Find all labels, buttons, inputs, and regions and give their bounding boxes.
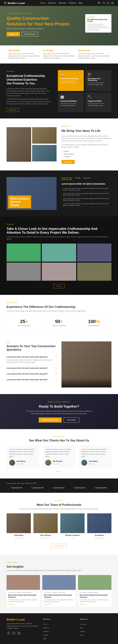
offer-section: Where Dreams Become Reality What We Offe… bbox=[0, 170, 118, 216]
project-image-3[interactable] bbox=[77, 244, 112, 262]
testimonials-dots bbox=[6, 471, 112, 472]
project-image-6[interactable] bbox=[77, 262, 112, 281]
facebook-icon[interactable]: f bbox=[102, 1, 106, 4]
stat-satisfaction: 100% Client Satisfaction bbox=[76, 316, 111, 330]
blog-meta-2: Nov Project | Category: Construction bbox=[44, 592, 74, 593]
offer-right: What We Offer Provide Guarantee Lorem ip… bbox=[61, 177, 112, 210]
feature-schedule-title: On Schedule bbox=[78, 49, 110, 52]
about-section: About Us We Bring Your Ideas To Life. Lo… bbox=[0, 118, 118, 170]
faq-question-2[interactable]: Lorem Ipsum Dolor Sit Amet Construction … bbox=[6, 367, 57, 369]
faq-item-3[interactable]: Lorem Ipsum Dolor Sit Amet Construction … bbox=[6, 371, 57, 377]
faq-question-3[interactable]: Lorem Ipsum Dolor Sit Amet Construction … bbox=[6, 373, 57, 375]
team-photo-2 bbox=[33, 513, 58, 533]
footer-instagram-icon[interactable]: in bbox=[17, 631, 21, 635]
team-name-2: Chris Stevens bbox=[33, 534, 58, 536]
team-member-2: Chris Stevens Chief Engineer bbox=[33, 513, 58, 539]
stats-label: Who We Are bbox=[6, 302, 112, 304]
service-card-design: 🔨 Design And Build Lorem ipsum dolor sit… bbox=[85, 93, 112, 112]
partner-logo-4: Logolpsum bbox=[74, 486, 86, 489]
faq-item-4[interactable]: Lorem Ipsum Dolor Sit Amet Construction … bbox=[6, 377, 57, 382]
nav-links: Home About Us Services Projects Blog bbox=[40, 2, 83, 4]
author-name-1: Max Barton bbox=[17, 460, 26, 462]
faq-item-1[interactable]: Lorem Ipsum Dolor Sit Amet Construction … bbox=[6, 354, 57, 365]
footer-top: Builder's Land Lorem ipsum dolor sit ame… bbox=[6, 618, 112, 640]
offer-tab-what-we-offer[interactable]: What We Offer bbox=[61, 177, 72, 180]
instagram-icon[interactable]: in bbox=[111, 1, 114, 4]
service-home-title: Custom Home Building bbox=[60, 78, 82, 80]
nav-blog[interactable]: Blog bbox=[79, 2, 83, 4]
hero-free-button[interactable]: Free Structure It bbox=[21, 32, 38, 36]
nav-home[interactable]: Home bbox=[40, 2, 45, 4]
faq-heading: Answers To Your Top Construction Questio… bbox=[6, 344, 57, 352]
author-role-2: Homeowner bbox=[53, 463, 60, 465]
team-label: Our Team bbox=[6, 499, 112, 502]
project-image-5[interactable] bbox=[42, 262, 76, 281]
team-role-2: Chief Engineer bbox=[41, 538, 50, 539]
service-renovation-text: Lorem ipsum dolor sit amet consectetur a… bbox=[88, 82, 109, 86]
blog-title-2: New Project Brings New Renovation Soluti… bbox=[44, 594, 74, 598]
dot-1[interactable] bbox=[57, 471, 58, 472]
team-find-out-more-button[interactable]: Find Out More bbox=[51, 544, 67, 548]
partner-logo-1: logolpsum bbox=[11, 486, 23, 489]
commercial-icon: 🏢 bbox=[60, 95, 82, 99]
project-image-4[interactable] bbox=[6, 262, 41, 281]
services-label: Services bbox=[6, 70, 51, 73]
search-icon[interactable]: 🔍 bbox=[98, 2, 101, 4]
nav-about[interactable]: About Us bbox=[48, 2, 56, 4]
author-name-3: Tom Walker bbox=[89, 460, 98, 462]
footer-about-links: Our Story Team Careers News bbox=[80, 622, 112, 636]
cta-submit-button[interactable]: Submit Request Now bbox=[39, 418, 62, 422]
dot-2[interactable] bbox=[59, 471, 59, 472]
footer-service-link-2: About Us bbox=[43, 626, 75, 629]
offer-list-item-3: Lorem ipsum dolor sit amet consectetur a… bbox=[61, 197, 112, 202]
offer-tab-provide[interactable]: Provide bbox=[75, 177, 80, 180]
faq-question-4[interactable]: Lorem Ipsum Dolor Sit Amet Construction … bbox=[6, 378, 57, 381]
footer-services-links: Home About Us Services Projects Blog bbox=[43, 622, 75, 640]
offer-tab-guarantee[interactable]: Guarantee bbox=[83, 177, 91, 180]
projects-more-button[interactable]: More It bbox=[53, 284, 65, 288]
hero-card-stars: ★★★★★ bbox=[87, 16, 110, 18]
cta-quote-button[interactable]: Get A Quote bbox=[63, 418, 79, 422]
hero-contact-button[interactable]: Contact Us bbox=[6, 32, 20, 36]
stat-experience-label: Years Of Experience bbox=[10, 325, 38, 326]
nav-services[interactable]: Services bbox=[59, 2, 66, 4]
blog-read-more-3[interactable]: Read More → bbox=[80, 604, 110, 605]
offer-list: Lorem ipsum dolor sit amet consectetur a… bbox=[61, 187, 112, 207]
services-read-more-button[interactable]: Read More bbox=[6, 108, 19, 112]
faq-item-2[interactable]: Lorem Ipsum Dolor Sit Amet Construction … bbox=[6, 365, 57, 371]
nav-projects[interactable]: Projects bbox=[69, 2, 76, 4]
service-card-home: 🏠 Custom Home Building Lorem ipsum dolor… bbox=[58, 70, 84, 91]
logo[interactable]: 🏗️ Builder's Land bbox=[4, 2, 25, 4]
blog-read-more-1[interactable]: Read More → bbox=[8, 604, 38, 605]
service-design-title: Design And Build bbox=[88, 100, 109, 102]
about-image-top-right bbox=[32, 127, 57, 144]
footer-twitter-icon[interactable]: t bbox=[12, 631, 16, 635]
navbar: 🏗️ Builder's Land Home About Us Services… bbox=[0, 0, 118, 6]
stats-section: Who We Are Experience The Difference Of … bbox=[0, 295, 118, 342]
offer-image: Where Dreams Become Reality bbox=[6, 177, 57, 210]
testimonials-grid: Lorem ipsum dolor sit amet consectetur a… bbox=[6, 446, 112, 468]
testimonial-card-1: Lorem ipsum dolor sit amet consectetur a… bbox=[6, 446, 39, 468]
dot-3[interactable] bbox=[60, 471, 61, 472]
hero-buttons: Contact Us Free Structure It bbox=[6, 32, 85, 36]
blog-read-more-2[interactable]: Read More → bbox=[44, 604, 74, 605]
footer-facebook-icon[interactable]: f bbox=[6, 631, 10, 635]
partner-logo-2: Logolpsum bbox=[31, 486, 44, 489]
twitter-icon[interactable]: t bbox=[107, 1, 110, 4]
project-image-1[interactable] bbox=[6, 244, 41, 262]
feature-budget-text: Lorem ipsum dolor sit amet consectetur a… bbox=[43, 53, 75, 60]
about-learn-more-button[interactable]: Learn More bbox=[61, 160, 75, 164]
faq-question-1[interactable]: Lorem Ipsum Dolor Sit Amet Construction … bbox=[6, 356, 57, 358]
team-member-1: Todd Adams CEO/Founder bbox=[6, 513, 31, 539]
hero-card-title: See What Our Clients Has To Say. bbox=[87, 18, 110, 22]
footer-col-about-links: About Us Our Story Team Careers News bbox=[80, 618, 112, 640]
stats-row: 25+ Years Of Experience 50+ Projects Com… bbox=[6, 316, 112, 330]
cta-buttons: Submit Request Now Get A Quote bbox=[6, 418, 112, 422]
hero-content: 100% Satisfaction Guarantee Quality Cons… bbox=[6, 12, 85, 36]
project-image-2[interactable] bbox=[42, 244, 76, 262]
offer-list-item-1: Lorem ipsum dolor sit amet consectetur a… bbox=[61, 187, 112, 192]
testimonial-text-2: Lorem ipsum dolor sit amet consectetur a… bbox=[45, 448, 73, 458]
team-role-4: Logistics Manager bbox=[94, 538, 105, 539]
projects-grid bbox=[6, 244, 112, 281]
projects-more-center: More It bbox=[6, 284, 112, 288]
